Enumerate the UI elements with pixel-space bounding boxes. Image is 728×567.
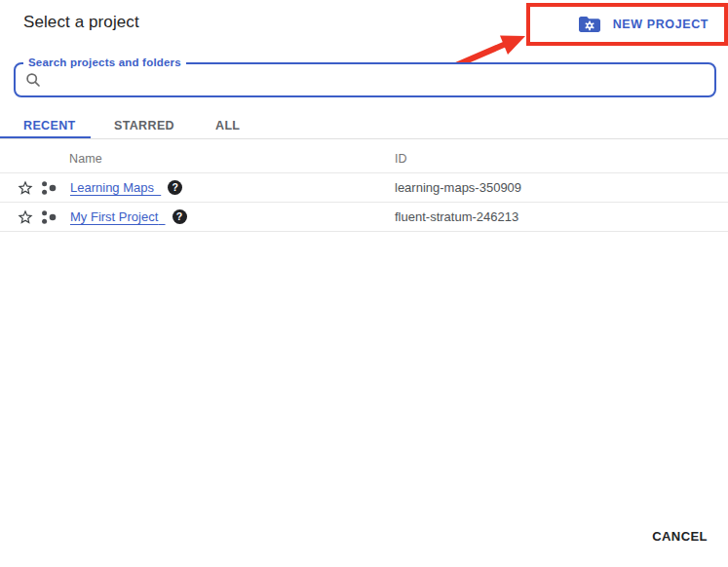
- new-project-folder-gear-icon: [579, 16, 600, 33]
- project-link[interactable]: My First Project: [70, 209, 166, 224]
- new-project-button[interactable]: NEW PROJECT: [579, 16, 724, 33]
- star-outline-icon: [17, 179, 34, 197]
- help-icon[interactable]: ?: [168, 180, 182, 195]
- search-icon: [25, 72, 41, 88]
- project-id: fluent-stratum-246213: [395, 209, 518, 224]
- project-id: learning-maps-350909: [395, 180, 521, 195]
- table-row[interactable]: Learning Maps ? learning-maps-350909: [0, 173, 728, 202]
- row-divider: [0, 231, 728, 232]
- project-link[interactable]: Learning Maps: [70, 180, 161, 195]
- tabs-divider: [0, 138, 728, 139]
- tab-starred[interactable]: STARRED: [114, 119, 174, 132]
- page-title: Select a project: [23, 13, 139, 32]
- help-icon[interactable]: ?: [172, 209, 187, 224]
- star-toggle-button[interactable]: [17, 208, 34, 226]
- project-dots-icon: [40, 208, 57, 226]
- select-project-dialog: Select a project NEW PROJECT Search proj…: [0, 0, 728, 567]
- search-input[interactable]: [47, 65, 704, 95]
- table-row[interactable]: My First Project ? fluent-stratum-246213: [0, 203, 728, 231]
- new-project-label: NEW PROJECT: [613, 18, 709, 31]
- tab-recent[interactable]: RECENT: [23, 119, 76, 132]
- tab-all[interactable]: ALL: [215, 119, 240, 132]
- star-outline-icon: [17, 208, 34, 226]
- cancel-button[interactable]: CANCEL: [652, 529, 708, 544]
- search-field: Search projects and folders: [14, 62, 716, 97]
- star-toggle-button[interactable]: [17, 179, 34, 197]
- project-dots-icon: [40, 179, 57, 197]
- column-header-id: ID: [395, 152, 407, 166]
- annotation-highlight-box: NEW PROJECT: [526, 3, 728, 46]
- column-header-name: Name: [69, 152, 102, 166]
